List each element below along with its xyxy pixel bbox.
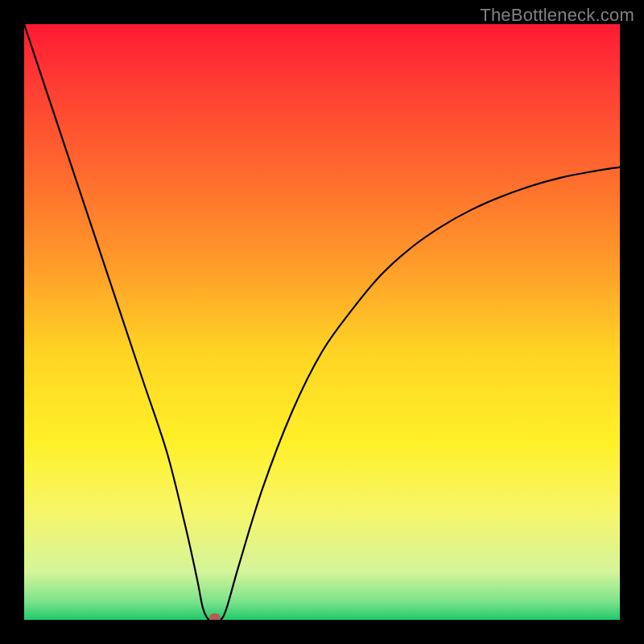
chart-frame: TheBottleneck.com xyxy=(0,0,644,644)
bottleneck-curve xyxy=(24,24,620,620)
watermark-text: TheBottleneck.com xyxy=(480,5,634,26)
plot-area xyxy=(24,24,620,620)
optimal-point-marker xyxy=(209,613,221,620)
